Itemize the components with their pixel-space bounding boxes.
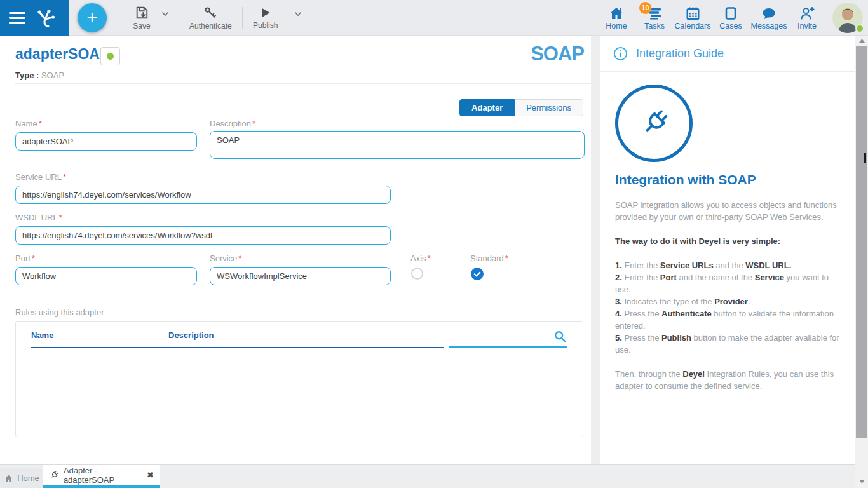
plug-circle-icon	[615, 85, 693, 162]
presence-dot	[855, 24, 864, 33]
save-chevron-down-icon[interactable]	[161, 11, 169, 17]
service-input[interactable]	[210, 267, 391, 285]
case-icon	[723, 6, 738, 21]
bottom-tab-adapter[interactable]: Adapter - adapterSOAP ✖	[43, 465, 160, 488]
key-icon	[203, 6, 217, 20]
check-icon	[471, 268, 484, 280]
guide-footer: Then, through the Deyel Integration Rule…	[615, 368, 840, 392]
nav-item-tasks[interactable]: 10 Tasks	[635, 6, 674, 30]
guide-step: 1. Enter the Service URLs and the WSDL U…	[615, 259, 840, 271]
rules-table: Name Description	[15, 321, 583, 437]
description-label: Description*	[210, 119, 255, 128]
deyel-logo-icon	[34, 6, 57, 29]
info-icon	[613, 46, 628, 61]
status-chip[interactable]	[100, 47, 120, 65]
scroll-thumb[interactable]	[856, 46, 867, 438]
standard-label: Standard*	[470, 254, 508, 263]
search-icon[interactable]	[553, 330, 567, 343]
floppy-save-icon	[135, 6, 149, 20]
message-icon	[761, 6, 777, 21]
brand-block	[0, 0, 69, 36]
publish-button[interactable]: Publish	[247, 0, 284, 36]
guide-intro: SOAP integration allows you to access ob…	[615, 199, 840, 223]
plug-small-icon	[50, 470, 59, 480]
authenticate-button[interactable]: Authenticate	[184, 0, 238, 36]
toolbar-separator	[242, 7, 243, 29]
guide-step: 3. Indicates the type of the Provider.	[615, 295, 840, 308]
service-url-input[interactable]	[15, 186, 391, 204]
publish-label: Publish	[253, 21, 278, 30]
save-label: Save	[133, 22, 150, 30]
guide-step: 5. Press the Publish button to make the …	[615, 332, 840, 356]
app-root: + Save Authenticate Publish	[0, 0, 868, 488]
home-small-icon	[4, 474, 13, 483]
adapter-panel: adapterSOAP Type : SOAP SOAP Adapter Per…	[0, 36, 591, 464]
avatar[interactable]	[832, 3, 863, 33]
status-dot	[107, 53, 114, 60]
service-url-label: Service URL*	[15, 172, 66, 182]
guide-header: Integration Guide	[600, 36, 855, 72]
authenticate-label: Authenticate	[189, 22, 232, 30]
toolbar: Save Authenticate Publish	[123, 0, 307, 36]
bottom-tabbar: Home Adapter - adapterSOAP ✖	[0, 464, 855, 488]
adapter-tabs: Adapter Permissions	[459, 99, 583, 116]
rules-section-label: Rules using this adapter	[15, 308, 104, 317]
type-label: Type :	[15, 71, 39, 80]
bottom-tab-label: Adapter - adapterSOAP	[64, 466, 140, 485]
header-divider	[15, 83, 591, 84]
tasks-badge: 10	[639, 2, 651, 14]
scroll-down-button[interactable]	[855, 477, 868, 487]
nav-item-calendars[interactable]: Calendars	[674, 6, 712, 30]
port-input[interactable]	[15, 267, 197, 285]
guide-steps: 1. Enter the Service URLs and the WSDL U…	[615, 259, 840, 356]
toolbar-separator	[179, 7, 179, 29]
top-navigation: Home 10 Tasks Calendars	[597, 0, 826, 36]
guide-title: Integration with SOAP	[615, 172, 756, 187]
page-title: adapterSOAP	[15, 46, 109, 63]
description-input[interactable]: SOAP	[210, 131, 585, 159]
standard-checkbox[interactable]	[471, 268, 484, 280]
add-button[interactable]: +	[78, 3, 107, 32]
plus-icon: +	[86, 7, 98, 28]
type-value: SOAP	[41, 71, 64, 80]
header-underline	[31, 347, 444, 348]
content-area: adapterSOAP Type : SOAP SOAP Adapter Per…	[0, 36, 868, 464]
wsdl-url-label: WSDL URL*	[15, 213, 62, 222]
name-input[interactable]	[15, 132, 197, 151]
port-label: Port*	[15, 254, 35, 263]
tab-adapter[interactable]: Adapter	[459, 99, 515, 116]
nav-item-messages[interactable]: Messages	[750, 6, 788, 30]
soap-provider-logo: SOAP	[531, 43, 584, 65]
invite-icon	[799, 6, 815, 21]
bottom-tab-home-label: Home	[17, 473, 39, 483]
home-icon	[608, 6, 625, 21]
calendar-icon	[685, 6, 701, 21]
guide-step: 2. Enter the Port and the name of the Se…	[615, 271, 840, 295]
tab-permissions[interactable]: Permissions	[515, 99, 583, 116]
nav-item-cases[interactable]: Cases	[712, 6, 750, 30]
rules-table-header: Name Description	[16, 322, 583, 348]
guide-step: 4. Press the Authenticate button to vali…	[615, 308, 840, 332]
close-icon[interactable]: ✖	[147, 470, 154, 480]
play-icon	[259, 6, 272, 19]
rules-column-description: Description	[168, 330, 214, 340]
wsdl-url-input[interactable]	[15, 226, 391, 245]
guide-subtitle: The way to do it with Deyel is very simp…	[615, 235, 840, 247]
adapter-type: Type : SOAP	[15, 71, 64, 80]
plug-icon	[627, 96, 681, 151]
axis-radio[interactable]	[411, 268, 423, 280]
scroll-up-button[interactable]	[855, 36, 868, 46]
rules-search-input[interactable]	[449, 328, 567, 348]
save-button[interactable]: Save	[123, 0, 160, 36]
service-label: Service*	[210, 254, 241, 263]
hamburger-menu-icon[interactable]	[9, 12, 25, 24]
name-label: Name*	[15, 119, 42, 128]
axis-label: Axis*	[410, 254, 431, 263]
cursor-ibeam	[864, 153, 866, 163]
publish-chevron-down-icon[interactable]	[294, 11, 302, 17]
nav-item-home[interactable]: Home	[597, 6, 635, 30]
bottom-tab-home[interactable]: Home	[0, 468, 43, 488]
guide-header-title: Integration Guide	[636, 47, 724, 60]
topbar: + Save Authenticate Publish	[0, 0, 868, 36]
nav-item-invite[interactable]: Invite	[788, 6, 826, 30]
